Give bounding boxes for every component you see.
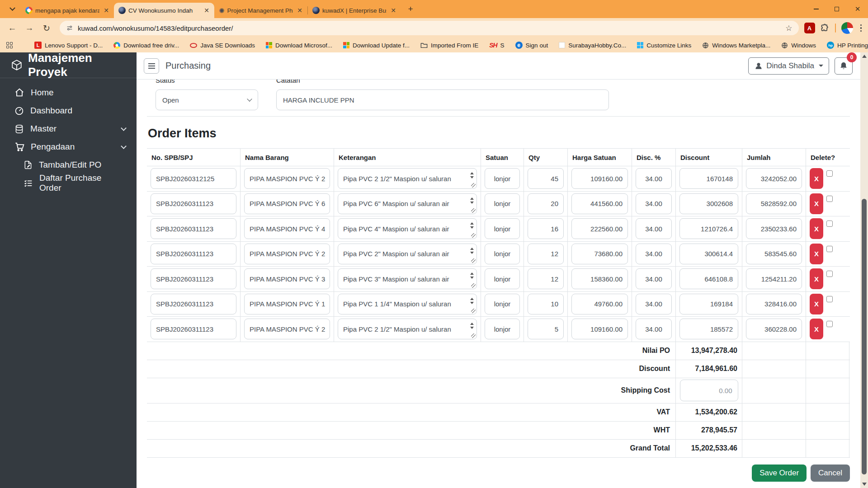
resize-grip-icon[interactable] xyxy=(471,258,476,263)
jumlah-input[interactable]: 328416.00 xyxy=(746,294,802,314)
number-spinner-icon[interactable] xyxy=(469,195,475,206)
scroll-up-arrow-icon[interactable] xyxy=(862,55,867,58)
user-menu-button[interactable]: Dinda Shabila xyxy=(748,57,829,75)
discount-input[interactable]: 169184 xyxy=(679,294,738,314)
ket-input[interactable]: Pipa PVC 1 1/4" Maspion u/ saluran xyxy=(338,294,477,314)
bookmark-item[interactable]: eSign out xyxy=(515,42,548,49)
page-scrollbar[interactable] xyxy=(860,52,868,488)
tab-close-button[interactable]: ✕ xyxy=(296,6,304,14)
bookmark-item[interactable]: Download Update f... xyxy=(343,42,410,49)
delete-checkbox[interactable] xyxy=(826,170,833,177)
forward-button[interactable]: → xyxy=(22,20,37,36)
resize-grip-icon[interactable] xyxy=(471,183,476,188)
qty-input[interactable]: 16 xyxy=(528,218,564,239)
discount-input[interactable]: 300614.4 xyxy=(679,244,738,264)
sidebar-item-dashboard[interactable]: Dashboard xyxy=(0,102,137,120)
ket-input[interactable]: Pipa PVC 2 1/2" Maspion u/ saluran xyxy=(338,319,477,339)
bookmark-item[interactable]: Customize Links xyxy=(637,42,691,49)
spb-input[interactable]: SPBJ20260312125 xyxy=(151,168,236,189)
bookmark-star-icon[interactable]: ☆ xyxy=(785,23,792,33)
resize-grip-icon[interactable] xyxy=(471,333,476,338)
delete-checkbox[interactable] xyxy=(826,271,833,277)
delete-row-button[interactable]: X xyxy=(810,218,823,239)
qty-input[interactable]: 12 xyxy=(528,244,564,264)
scrollbar-thumb[interactable] xyxy=(862,199,867,474)
number-spinner-icon[interactable] xyxy=(469,220,475,231)
harga-input[interactable]: 222560.00 xyxy=(571,218,628,239)
browser-tab[interactable]: ✺Project Management Phases✕ xyxy=(214,3,307,18)
profile-avatar[interactable] xyxy=(841,22,853,34)
browser-menu-button[interactable] xyxy=(859,23,864,34)
bookmark-item[interactable]: hpHP Printing & Multi... xyxy=(827,42,868,49)
address-bar[interactable]: kuwad.com/wonokusumo/14583/editpurchaseo… xyxy=(60,21,799,35)
qty-input[interactable]: 12 xyxy=(528,268,564,289)
harga-input[interactable]: 49760.00 xyxy=(571,294,628,314)
delete-row-button[interactable]: X xyxy=(810,168,823,189)
extensions-puzzle-icon[interactable] xyxy=(821,23,830,33)
nama-input[interactable]: PIPA MASPION PVC Ý 3 xyxy=(244,268,330,289)
delete-row-button[interactable]: X xyxy=(810,268,823,289)
apps-grid-icon[interactable] xyxy=(6,42,13,48)
delete-checkbox[interactable] xyxy=(826,221,833,227)
number-spinner-icon[interactable] xyxy=(469,245,475,256)
resize-grip-icon[interactable] xyxy=(471,283,476,288)
tab-close-button[interactable]: ✕ xyxy=(102,6,110,14)
jumlah-input[interactable]: 2350233.60 xyxy=(746,218,802,239)
spb-input[interactable]: SPBJ20260311123 xyxy=(151,218,236,239)
harga-input[interactable]: 109160.00 xyxy=(571,168,628,189)
delete-checkbox[interactable] xyxy=(826,321,833,327)
delete-checkbox[interactable] xyxy=(826,296,833,302)
jumlah-input[interactable]: 583545.60 xyxy=(746,244,802,264)
bookmark-item[interactable]: Download free driv... xyxy=(113,42,179,49)
number-spinner-icon[interactable] xyxy=(469,320,475,331)
nama-input[interactable]: PIPA MASPION PVC Ý 4 xyxy=(244,218,330,239)
delete-row-button[interactable]: X xyxy=(810,244,823,264)
qty-input[interactable]: 5 xyxy=(528,319,564,339)
disc-input[interactable]: 34.00 xyxy=(636,218,672,239)
disc-input[interactable]: 34.00 xyxy=(636,168,672,189)
bookmark-item[interactable]: Imported From IE xyxy=(420,42,478,49)
bookmark-item[interactable]: Java SE Downloads xyxy=(190,42,255,49)
satuan-input[interactable]: lonjor xyxy=(485,244,520,264)
discount-input[interactable]: 646108.8 xyxy=(679,268,738,289)
close-button[interactable]: ✕ xyxy=(847,0,868,18)
jumlah-input[interactable]: 360228.00 xyxy=(746,319,802,339)
nama-input[interactable]: PIPA MASPION PVC Ý 2 xyxy=(244,244,330,264)
sidebar-item-pengadaan[interactable]: Pengadaan xyxy=(0,138,137,156)
bookmark-item[interactable]: Download Microsof... xyxy=(266,42,332,49)
reload-button[interactable]: ↻ xyxy=(39,20,54,36)
bookmark-item[interactable]: SurabayaHobby.Co... xyxy=(559,42,626,49)
qty-input[interactable]: 45 xyxy=(528,168,564,189)
satuan-input[interactable]: lonjor xyxy=(485,218,520,239)
discount-input[interactable]: 1670148 xyxy=(679,168,738,189)
disc-input[interactable]: 34.00 xyxy=(636,193,672,214)
ket-input[interactable]: Pipa PVC 2" Maspion u/ saluran air xyxy=(338,244,477,264)
satuan-input[interactable]: lonjor xyxy=(485,268,520,289)
resize-grip-icon[interactable] xyxy=(471,233,476,238)
cancel-button[interactable]: Cancel xyxy=(811,465,850,482)
spb-input[interactable]: SPBJ20260311123 xyxy=(151,193,236,214)
sidebar-item-master[interactable]: Master xyxy=(0,120,137,138)
new-tab-button[interactable]: + xyxy=(405,3,416,15)
tab-search-button[interactable] xyxy=(6,3,18,15)
discount-input[interactable]: 3002608 xyxy=(679,193,738,214)
spb-input[interactable]: SPBJ20260311123 xyxy=(151,268,236,289)
satuan-input[interactable]: lonjor xyxy=(485,319,520,339)
harga-input[interactable]: 158360.00 xyxy=(571,268,628,289)
harga-input[interactable]: 73680.00 xyxy=(571,244,628,264)
jumlah-input[interactable]: 1254211.20 xyxy=(746,268,802,289)
sidebar-item-tambah-edit-po[interactable]: Tambah/Edit PO xyxy=(0,156,137,174)
ket-input[interactable]: Pipa PVC 6" Maspion u/ saluran air xyxy=(338,193,477,214)
nama-input[interactable]: PIPA MASPION PVC Ý 2 xyxy=(244,319,330,339)
tab-close-button[interactable]: ✕ xyxy=(389,6,397,14)
number-spinner-icon[interactable] xyxy=(469,296,475,306)
discount-input[interactable]: 1210726.4 xyxy=(679,218,738,239)
app-brand[interactable]: Manajemen Proyek xyxy=(0,52,137,78)
discount-input[interactable]: 185572 xyxy=(679,319,738,339)
nama-input[interactable]: PIPA MASPION PVC Ý 6 xyxy=(244,193,330,214)
jumlah-input[interactable]: 5828592.00 xyxy=(746,193,802,214)
sidebar-item-daftar-purchase-order[interactable]: Daftar Purchase Order xyxy=(0,174,137,192)
satuan-input[interactable]: lonjor xyxy=(485,168,520,189)
satuan-input[interactable]: lonjor xyxy=(485,294,520,314)
bookmark-item[interactable]: Windows Marketpla... xyxy=(702,42,770,49)
